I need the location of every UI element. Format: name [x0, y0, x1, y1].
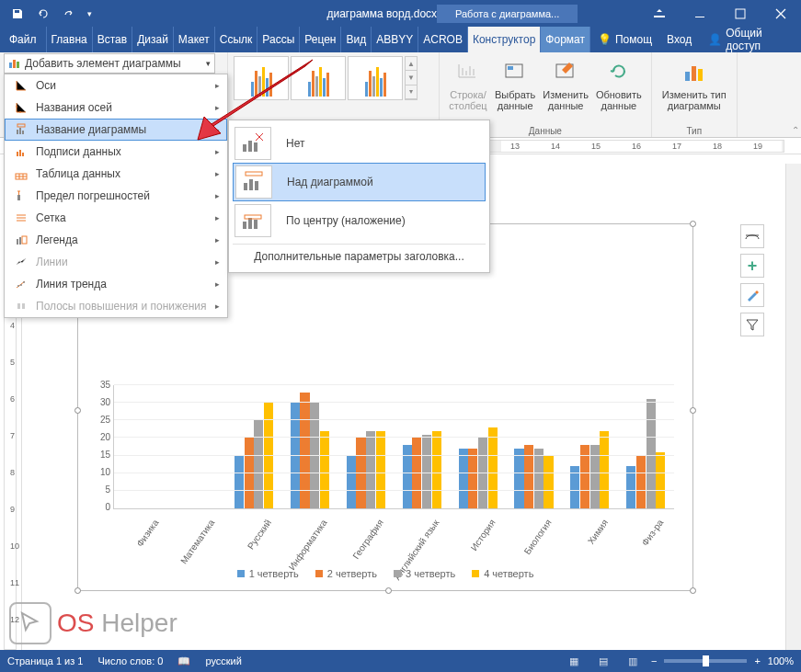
svg-rect-7	[692, 66, 696, 81]
style-item-2[interactable]	[291, 56, 346, 100]
svg-rect-0	[654, 16, 665, 17]
layout-options-button[interactable]	[740, 224, 764, 248]
qat-customize-button[interactable]: ▾	[83, 3, 96, 25]
gallery-scroll[interactable]: ▲▼▾	[405, 56, 418, 100]
change-chart-type-button[interactable]: Изменить тип диаграммы	[658, 54, 731, 111]
resize-handle[interactable]	[74, 407, 81, 414]
zoom-out-button[interactable]: −	[651, 655, 657, 666]
tab-mailings[interactable]: Рассы	[257, 27, 300, 52]
word-count[interactable]: Число слов: 0	[97, 655, 163, 666]
tab-constructor[interactable]: Конструктор	[468, 27, 541, 52]
tab-review[interactable]: Рецен	[300, 27, 341, 52]
help-button[interactable]: 💡Помощ	[590, 27, 659, 52]
tab-format[interactable]: Формат	[541, 27, 590, 52]
read-mode-button[interactable]: ▦	[563, 652, 585, 670]
svg-rect-2	[736, 9, 745, 18]
style-item-3[interactable]	[348, 56, 403, 100]
minimize-button[interactable]	[680, 0, 720, 27]
chart-styles-gallery[interactable]: ▲▼▾	[234, 56, 433, 100]
spellcheck-icon[interactable]: 📖	[177, 655, 190, 667]
redo-button[interactable]	[57, 3, 81, 25]
menu-axes[interactable]: Оси▸	[5, 74, 227, 97]
tab-references[interactable]: Ссылк	[215, 27, 258, 52]
resize-handle[interactable]	[690, 587, 696, 594]
resize-handle[interactable]	[690, 221, 696, 227]
menu-chart-title[interactable]: Название диаграммы▸	[5, 119, 227, 141]
zoom-level[interactable]: 100%	[768, 655, 794, 666]
submenu-above[interactable]: Над диаграммой	[233, 163, 486, 201]
add-element-menu: Оси▸ Названия осей▸ Название диаграммы▸ …	[4, 74, 228, 318]
ribbon-tabs: Файл Главна Встав Дизай Макет Ссылк Расс…	[0, 27, 801, 52]
submenu-centered[interactable]: По центру (наложение)	[233, 201, 486, 240]
tab-insert[interactable]: Встав	[93, 27, 132, 52]
select-data-button[interactable]: Выбрать данные	[491, 54, 539, 111]
submenu-more-options[interactable]: Дополнительные параметры заголовка...	[233, 244, 486, 268]
menu-trendline[interactable]: Линия тренда▸	[5, 273, 227, 295]
menu-data-table[interactable]: Таблица данных▸	[5, 163, 227, 185]
menu-data-labels[interactable]: Подписи данных▸	[5, 141, 227, 163]
svg-rect-8	[698, 69, 703, 81]
zoom-slider[interactable]	[664, 659, 747, 663]
tab-file[interactable]: Файл	[0, 27, 47, 52]
y-axis: 05101520253035	[92, 380, 110, 519]
svg-rect-35	[255, 181, 258, 190]
svg-rect-31	[254, 142, 257, 152]
chart-elements-button[interactable]: +	[740, 254, 764, 278]
maximize-button[interactable]	[720, 0, 761, 27]
scrollbar-vertical[interactable]	[785, 164, 801, 650]
style-item-1[interactable]	[234, 56, 289, 100]
page-indicator[interactable]: Страница 1 из 1	[7, 655, 83, 666]
chevron-right-icon: ▸	[215, 81, 220, 90]
none-icon	[235, 127, 271, 160]
zoom-in-button[interactable]: +	[754, 655, 760, 666]
save-button[interactable]	[6, 3, 29, 25]
menu-axis-titles[interactable]: Названия осей▸	[5, 97, 227, 119]
chart-title-submenu: Нет Над диаграммой По центру (наложение)…	[228, 120, 490, 273]
watermark-logo: OS Helper	[9, 602, 177, 644]
svg-rect-23	[19, 237, 21, 245]
ribbon-options-button[interactable]	[639, 0, 680, 27]
print-layout-button[interactable]: ▤	[592, 652, 614, 670]
resize-handle[interactable]	[74, 587, 81, 594]
tab-home[interactable]: Главна	[47, 27, 93, 52]
svg-rect-10	[13, 60, 16, 68]
tab-abbyy[interactable]: ABBYY	[372, 27, 418, 52]
chevron-right-icon: ▸	[215, 302, 220, 311]
switch-row-column-button[interactable]: Строка/ столбец	[445, 54, 491, 111]
tab-design[interactable]: Дизай	[132, 27, 174, 52]
status-bar: Страница 1 из 1 Число слов: 0 📖 русский …	[0, 650, 801, 672]
resize-handle[interactable]	[385, 587, 392, 594]
close-button[interactable]	[761, 0, 801, 27]
chart-styles-button[interactable]	[740, 283, 764, 307]
language-indicator[interactable]: русский	[205, 655, 241, 666]
select-icon	[502, 56, 528, 87]
tab-acrobat[interactable]: ACROB	[418, 27, 468, 52]
svg-rect-37	[248, 218, 252, 229]
legend-icon	[12, 233, 30, 246]
chart-legend[interactable]: 1 четверть2 четверть3 четверть4 четверть	[78, 568, 692, 579]
resize-handle[interactable]	[690, 407, 696, 414]
tab-layout[interactable]: Макет	[174, 27, 215, 52]
svg-rect-29	[243, 144, 246, 152]
svg-rect-33	[244, 183, 247, 190]
svg-rect-9	[9, 63, 12, 68]
menu-gridlines[interactable]: Сетка▸	[5, 207, 227, 229]
chevron-right-icon: ▸	[215, 103, 220, 112]
web-layout-button[interactable]: ▥	[622, 652, 644, 670]
chart-filters-button[interactable]	[740, 313, 764, 336]
plot-area[interactable]: 05101520253035	[113, 385, 674, 509]
collapse-ribbon-button[interactable]: ⌃	[792, 125, 799, 135]
menu-error-bars[interactable]: Предел погрешностей▸	[5, 185, 227, 207]
edit-data-button[interactable]: Изменить данные	[539, 54, 592, 111]
refresh-data-button[interactable]: Обновить данные	[592, 54, 646, 111]
add-chart-element-button[interactable]: Добавить элемент диаграммы ▾	[4, 53, 215, 74]
undo-button[interactable]	[31, 3, 55, 25]
submenu-none[interactable]: Нет	[233, 124, 486, 163]
signin-button[interactable]: Вход	[659, 27, 699, 52]
svg-rect-11	[17, 62, 19, 68]
tab-view[interactable]: Вид	[341, 27, 372, 52]
menu-legend[interactable]: Легенда▸	[5, 229, 227, 251]
gridlines-icon	[12, 211, 30, 224]
share-button[interactable]: 👤Общий доступ	[699, 27, 801, 52]
svg-point-26	[23, 281, 25, 283]
